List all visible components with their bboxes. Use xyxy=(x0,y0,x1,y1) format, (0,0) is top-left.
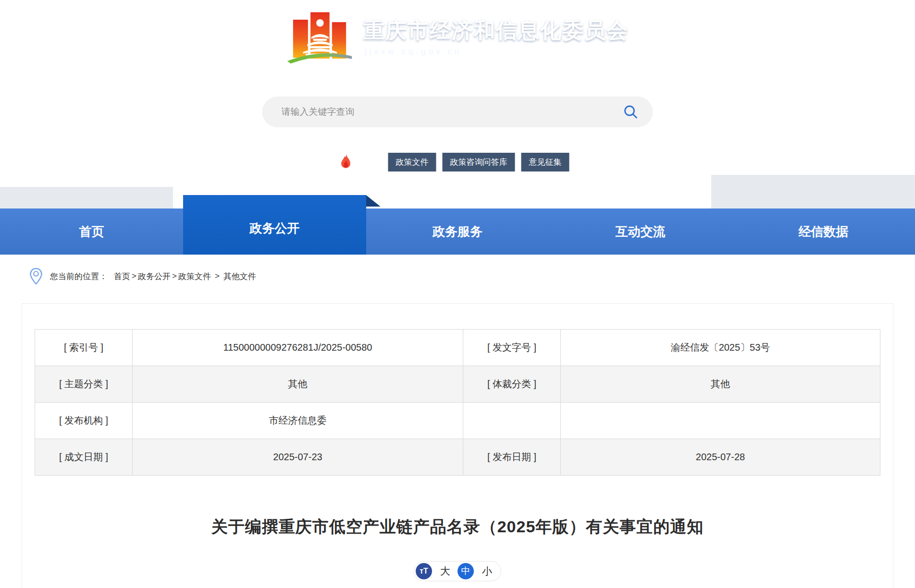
site-title: 重庆市经济和信息化委员会 xyxy=(363,18,629,43)
flame-icon xyxy=(340,154,353,170)
meta-label-empty xyxy=(463,403,561,439)
site-logo-block[interactable]: 重庆市经济和信息化委员会 jjxxw.cq.gov.cn xyxy=(286,11,629,64)
breadcrumb-item-other-docs[interactable]: 其他文件 xyxy=(223,271,256,282)
font-size-small-button[interactable]: 小 xyxy=(482,564,492,578)
meta-label-genre-class: [ 体裁分类 ] xyxy=(463,366,561,403)
main-nav: 首页 政务公开 政务服务 互动交流 经信数据 xyxy=(0,208,915,255)
nav-tab-data[interactable]: 经信数据 xyxy=(732,208,915,255)
meta-label-publish-date: [ 发布日期 ] xyxy=(463,439,561,476)
breadcrumb-separator: > xyxy=(215,271,220,281)
font-size-medium-button[interactable]: 中 xyxy=(458,563,474,579)
table-row: [ 主题分类 ] 其他 [ 体裁分类 ] 其他 xyxy=(35,366,880,403)
meta-value-written-date: 2025-07-23 xyxy=(133,439,463,476)
site-logo-icon xyxy=(286,11,353,64)
nav-tab-interaction[interactable]: 互动交流 xyxy=(549,208,732,255)
breadcrumb-separator: > xyxy=(132,271,136,281)
site-url: jjxxw.cq.gov.cn xyxy=(363,47,629,57)
nav-tab-gov-services[interactable]: 政务服务 xyxy=(366,208,549,255)
meta-value-genre-class: 其他 xyxy=(561,366,880,403)
hot-search-label: 热搜: xyxy=(357,156,381,169)
document-meta-table: [ 索引号 ] 11500000009276281J/2025-00580 [ … xyxy=(35,329,880,476)
breadcrumb-item-gov-open[interactable]: 政务公开 xyxy=(138,271,171,282)
location-pin-icon xyxy=(28,267,44,285)
page-title: 关于编撰重庆市低空产业链产品名录（2025年版）有关事宜的通知 xyxy=(22,516,893,537)
table-row: [ 发布机构 ] 市经济信息委 xyxy=(35,403,880,439)
meta-label-topic-class: [ 主题分类 ] xyxy=(35,366,133,403)
meta-label-doc-no: [ 发文字号 ] xyxy=(463,330,561,366)
meta-value-issuer: 市经济信息委 xyxy=(133,403,463,439)
font-size-icon: тT xyxy=(416,563,432,579)
meta-value-topic-class: 其他 xyxy=(133,366,463,403)
table-row: [ 成文日期 ] 2025-07-23 [ 发布日期 ] 2025-07-28 xyxy=(35,439,880,476)
nav-tab-home[interactable]: 首页 xyxy=(0,208,183,255)
meta-value-publish-date: 2025-07-28 xyxy=(561,439,880,476)
meta-value-index-no: 11500000009276281J/2025-00580 xyxy=(133,330,463,366)
meta-label-written-date: [ 成文日期 ] xyxy=(35,439,133,476)
meta-value-doc-no: 渝经信发〔2025〕53号 xyxy=(561,330,880,366)
search-button[interactable] xyxy=(621,102,641,122)
breadcrumb-item-policy-docs[interactable]: 政策文件 xyxy=(178,271,211,282)
hot-search-item-qa-library[interactable]: 政策咨询问答库 xyxy=(443,153,515,172)
hot-search-item-policy-files[interactable]: 政策文件 xyxy=(388,153,436,172)
search-input[interactable] xyxy=(282,107,621,117)
document-card: [ 索引号 ] 11500000009276281J/2025-00580 [ … xyxy=(22,303,893,588)
hot-search-row: 热搜: 政策文件 政策咨询问答库 意见征集 xyxy=(340,153,576,172)
page-header: 重庆市经济和信息化委员会 jjxxw.cq.gov.cn 热搜: 政策文件 政策… xyxy=(0,0,915,208)
search-bar xyxy=(262,97,653,127)
nav-tab-gov-affairs-open[interactable]: 政务公开 xyxy=(183,195,366,255)
breadcrumb-prefix: 您当前的位置： xyxy=(50,271,107,282)
search-icon xyxy=(623,104,639,120)
meta-label-issuer: [ 发布机构 ] xyxy=(35,403,133,439)
font-size-large-button[interactable]: 大 xyxy=(440,564,450,578)
meta-value-empty xyxy=(561,403,880,439)
breadcrumb-item-home[interactable]: 首页 xyxy=(114,271,130,282)
meta-label-index-no: [ 索引号 ] xyxy=(35,330,133,366)
breadcrumb: 您当前的位置： 首页 > 政务公开 > 政策文件 > 其他文件 xyxy=(0,255,915,285)
table-row: [ 索引号 ] 11500000009276281J/2025-00580 [ … xyxy=(35,330,880,366)
hot-search-item-opinions[interactable]: 意见征集 xyxy=(521,153,569,172)
breadcrumb-separator: > xyxy=(172,271,177,281)
font-size-control: тT 大 中 小 xyxy=(414,561,501,581)
